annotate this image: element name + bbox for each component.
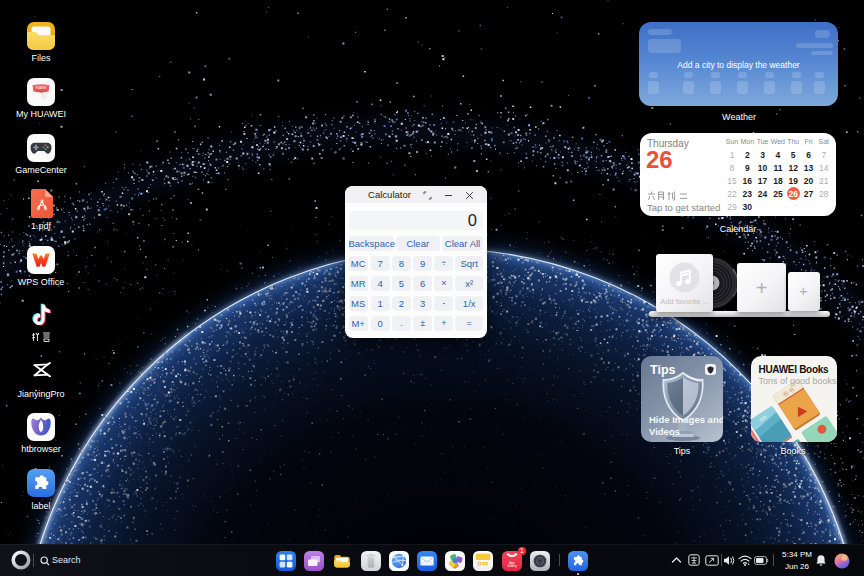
svg-text:Gallery: Gallery: [507, 564, 517, 568]
svg-text:HUAWEI: HUAWEI: [36, 85, 47, 89]
